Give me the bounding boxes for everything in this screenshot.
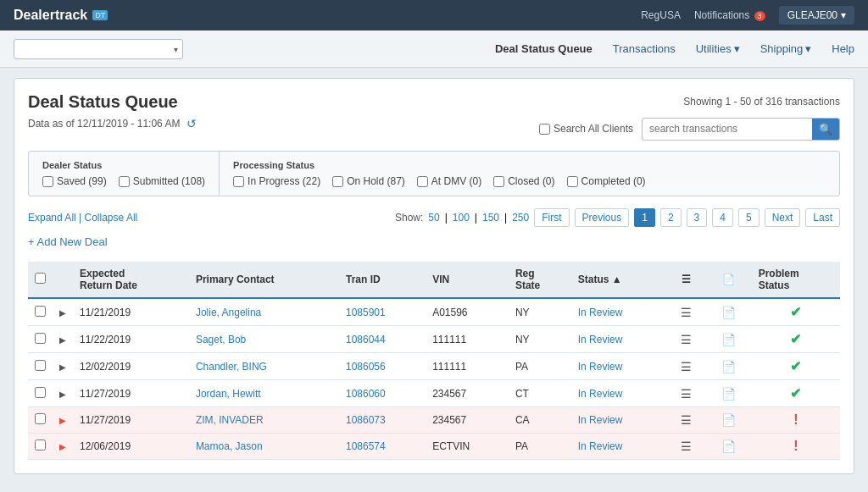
doc-icon[interactable]: 📄 xyxy=(721,306,736,319)
row-checkbox[interactable] xyxy=(35,306,46,317)
row-checkbox-cell xyxy=(28,380,53,407)
row-expected-return: 11/27/2019 xyxy=(73,407,189,434)
show-100-link[interactable]: 100 xyxy=(453,212,470,224)
primary-contact-link[interactable]: ZIM, INVADER xyxy=(196,414,264,426)
row-doc-icon-cell: 📄 xyxy=(706,407,752,434)
doc-icon[interactable]: 📄 xyxy=(721,387,736,401)
filter-submitted-checkbox[interactable] xyxy=(119,176,130,187)
list-icon[interactable]: ☰ xyxy=(681,387,692,401)
expand-arrow-icon[interactable]: ▶ xyxy=(59,442,66,451)
help-link[interactable]: Help xyxy=(832,42,854,55)
row-checkbox[interactable] xyxy=(35,360,46,371)
previous-page-btn[interactable]: Previous xyxy=(575,208,630,227)
dealer-status-title: Dealer Status xyxy=(42,160,205,170)
filter-on-hold[interactable]: On Hold (87) xyxy=(332,175,405,187)
list-icon[interactable]: ☰ xyxy=(681,306,692,319)
row-problem-status: ! xyxy=(752,434,840,460)
row-expected-return: 11/21/2019 xyxy=(73,298,189,326)
doc-icon[interactable]: 📄 xyxy=(721,413,736,427)
row-checkbox[interactable] xyxy=(35,413,46,424)
tran-id-link[interactable]: 1086044 xyxy=(346,334,386,346)
list-icon[interactable]: ☰ xyxy=(681,333,692,346)
row-checkbox[interactable] xyxy=(35,439,46,451)
row-expand-cell: ▶ xyxy=(53,380,73,407)
doc-icon[interactable]: 📄 xyxy=(721,439,736,453)
filter-at-dmv[interactable]: At DMV (0) xyxy=(417,175,481,187)
expand-all-link[interactable]: Expand All xyxy=(28,212,76,224)
refresh-icon[interactable]: ↺ xyxy=(186,117,197,130)
show-150-link[interactable]: 150 xyxy=(482,212,499,224)
filter-saved[interactable]: Saved (99) xyxy=(42,175,107,187)
page-3-btn[interactable]: 3 xyxy=(687,208,708,227)
primary-contact-link[interactable]: Jolie, Angelina xyxy=(196,307,261,318)
row-problem-status: ✔ xyxy=(752,353,840,380)
page-1-btn[interactable]: 1 xyxy=(634,208,655,227)
transactions-link[interactable]: Transactions xyxy=(613,42,676,55)
row-checkbox[interactable] xyxy=(35,333,46,344)
search-all-clients-checkbox[interactable] xyxy=(539,124,550,135)
filter-closed-checkbox[interactable] xyxy=(493,176,504,187)
filter-completed-checkbox[interactable] xyxy=(567,176,578,187)
expand-arrow-icon[interactable]: ▶ xyxy=(59,308,66,318)
status-badge: In Review xyxy=(578,414,623,426)
deal-status-queue-link[interactable]: Deal Status Queue xyxy=(495,42,593,55)
user-menu[interactable]: GLEAJE00 ▾ xyxy=(779,6,854,25)
search-input[interactable] xyxy=(643,119,812,138)
primary-contact-link[interactable]: Mamoa, Jason xyxy=(196,440,263,452)
filter-saved-checkbox[interactable] xyxy=(42,176,53,187)
row-checkbox[interactable] xyxy=(35,387,46,398)
th-status[interactable]: Status ▲ xyxy=(571,262,666,298)
dealer-select-wrapper: ▾ xyxy=(14,39,183,59)
primary-contact-link[interactable]: Chandler, BING xyxy=(196,361,267,373)
tran-id-link[interactable]: 1086060 xyxy=(346,388,386,400)
processing-status-title: Processing Status xyxy=(233,160,645,170)
add-new-deal-link[interactable]: + Add New Deal xyxy=(28,235,108,248)
row-expand-cell: ▶ xyxy=(53,434,73,460)
doc-icon[interactable]: 📄 xyxy=(721,333,736,346)
primary-contact-link[interactable]: Jordan, Hewitt xyxy=(196,388,261,400)
regusa-link[interactable]: RegUSA xyxy=(641,9,681,21)
row-primary-contact: Mamoa, Jason xyxy=(189,434,339,460)
tran-id-link[interactable]: 1086056 xyxy=(346,361,386,373)
filter-at-dmv-checkbox[interactable] xyxy=(417,176,428,187)
dealer-select[interactable] xyxy=(14,39,183,59)
doc-icon[interactable]: 📄 xyxy=(721,360,736,373)
tran-id-link[interactable]: 1085901 xyxy=(346,307,386,318)
search-button[interactable]: 🔍 xyxy=(812,119,839,140)
first-page-btn[interactable]: First xyxy=(534,208,569,227)
utilities-link[interactable]: Utilities ▾ xyxy=(696,42,740,55)
check-icon: ✔ xyxy=(790,332,801,346)
expand-arrow-icon[interactable]: ▶ xyxy=(59,390,66,399)
list-icon[interactable]: ☰ xyxy=(681,360,692,373)
list-icon[interactable]: ☰ xyxy=(681,413,692,427)
list-icon[interactable]: ☰ xyxy=(681,439,692,453)
page-5-btn[interactable]: 5 xyxy=(738,208,760,227)
filter-on-hold-checkbox[interactable] xyxy=(332,176,343,187)
page-2-btn[interactable]: 2 xyxy=(660,208,682,227)
expand-arrow-icon[interactable]: ▶ xyxy=(59,416,66,425)
filter-submitted[interactable]: Submitted (108) xyxy=(119,175,205,187)
collapse-all-link[interactable]: Collapse All xyxy=(85,212,138,224)
primary-contact-link[interactable]: Saget, Bob xyxy=(196,334,246,346)
notifications-link[interactable]: Notifications 3 xyxy=(694,9,765,21)
page-4-btn[interactable]: 4 xyxy=(712,208,733,227)
tran-id-link[interactable]: 1086073 xyxy=(346,414,386,426)
filter-in-progress[interactable]: In Progress (22) xyxy=(233,175,320,187)
table-row: ▶ 11/21/2019 Jolie, Angelina 1085901 A01… xyxy=(28,298,840,326)
expand-arrow-icon[interactable]: ▶ xyxy=(59,335,66,345)
last-page-btn[interactable]: Last xyxy=(805,208,840,227)
shipping-link[interactable]: Shipping ▾ xyxy=(760,42,812,55)
filter-completed[interactable]: Completed (0) xyxy=(567,175,646,187)
showing-text: Showing 1 - 50 of 316 transactions xyxy=(683,96,840,108)
status-badge: In Review xyxy=(578,388,623,400)
filter-in-progress-checkbox[interactable] xyxy=(233,176,244,187)
row-tran-id: 1086056 xyxy=(339,353,426,380)
select-all-checkbox[interactable] xyxy=(35,273,46,284)
show-50-link[interactable]: 50 xyxy=(428,212,439,224)
filter-closed[interactable]: Closed (0) xyxy=(493,175,554,187)
next-page-btn[interactable]: Next xyxy=(765,208,801,227)
expand-arrow-icon[interactable]: ▶ xyxy=(59,362,66,372)
row-vin: 234567 xyxy=(426,407,509,434)
show-250-link[interactable]: 250 xyxy=(512,212,529,224)
tran-id-link[interactable]: 1086574 xyxy=(346,440,386,452)
